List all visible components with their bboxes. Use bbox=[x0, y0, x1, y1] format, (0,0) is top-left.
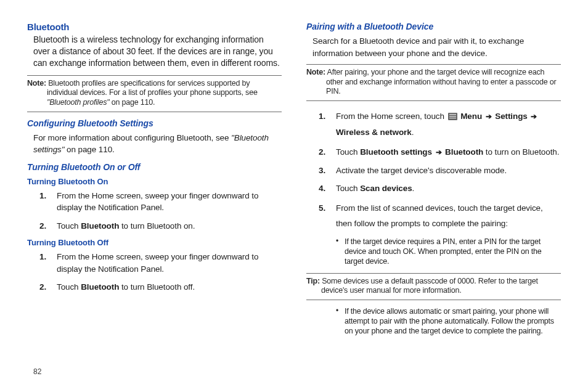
config-paragraph: For more information about configuring B… bbox=[33, 132, 282, 156]
divider bbox=[306, 64, 561, 65]
step-item: 2. Touch Bluetooth to turn Bluetooth off… bbox=[39, 281, 282, 293]
bullet-item: If the target device requires a PIN, ent… bbox=[336, 237, 561, 267]
note-label: Note: bbox=[306, 68, 325, 76]
keyword: Bluetooth bbox=[81, 221, 119, 231]
step-text: Touch bbox=[57, 282, 81, 292]
heading-bluetooth: Bluetooth bbox=[27, 22, 282, 32]
text: . bbox=[412, 128, 414, 137]
page-number: 82 bbox=[33, 367, 41, 376]
step-number: 2. bbox=[39, 220, 46, 232]
divider bbox=[306, 100, 561, 101]
divider bbox=[27, 112, 282, 112]
step-text: From the Home screen, touch bbox=[336, 112, 447, 121]
step-text: From the Home screen, sweep your finger … bbox=[57, 191, 258, 213]
step-item: 1. From the Home screen, touch Menu ➔ Se… bbox=[319, 108, 561, 140]
arrow-icon: ➔ bbox=[486, 110, 492, 124]
keyword-settings: Settings bbox=[495, 112, 527, 121]
note-link-italic: "Bluetooth profiles" bbox=[47, 98, 109, 107]
keyword: Scan devices bbox=[360, 184, 412, 193]
menu-icon bbox=[448, 113, 457, 120]
step-text: Touch bbox=[336, 184, 360, 193]
step-text: From the Home screen, sweep your finger … bbox=[57, 252, 258, 274]
divider bbox=[306, 300, 561, 300]
keyword: Bluetooth bbox=[445, 147, 483, 157]
keyword: Bluetooth bbox=[81, 282, 119, 292]
step-item: 5. From the list of scanned devices, tou… bbox=[319, 201, 561, 267]
note-text-cont: other and exchange information without h… bbox=[306, 78, 561, 97]
arrow-icon: ➔ bbox=[531, 110, 537, 124]
note-tail: on page 110. bbox=[109, 98, 155, 107]
heading-turning-on: Turning Bluetooth On bbox=[27, 177, 282, 186]
note-text-line: individual devices. For a list of profil… bbox=[47, 88, 258, 97]
step-item: 2. Touch Bluetooth settings ➔ Bluetooth … bbox=[319, 146, 561, 158]
intro-paragraph: Bluetooth is a wireless technology for e… bbox=[33, 34, 282, 69]
text: on page 110. bbox=[64, 145, 114, 154]
tip-label: Tip: bbox=[306, 277, 320, 285]
step-text: Touch bbox=[336, 147, 360, 157]
text: to turn on Bluetooth. bbox=[483, 147, 559, 157]
step-text: Activate the target device's discoverabl… bbox=[336, 166, 507, 175]
step-text: to turn Bluetooth on. bbox=[119, 221, 195, 231]
text: For more information about configuring B… bbox=[33, 133, 231, 142]
pairing-steps: 1. From the Home screen, touch Menu ➔ Se… bbox=[319, 108, 561, 267]
divider bbox=[27, 75, 282, 76]
sub-bullets: If the target device requires a PIN, ent… bbox=[336, 237, 561, 267]
steps-off: 1. From the Home screen, sweep your fing… bbox=[39, 251, 282, 293]
step-number: 2. bbox=[319, 146, 325, 158]
step-item: 2. Touch Bluetooth to turn Bluetooth on. bbox=[39, 220, 282, 232]
heading-turning-off: Turning Bluetooth Off bbox=[27, 238, 282, 247]
step-item: 4. Touch Scan devices. bbox=[319, 182, 561, 195]
step-number: 5. bbox=[319, 201, 325, 216]
note-text-cont: individual devices. For a list of profil… bbox=[27, 88, 282, 107]
step-text: From the list of scanned devices, touch … bbox=[336, 203, 543, 228]
step-number: 1. bbox=[319, 108, 325, 125]
heading-pairing: Pairing with a Bluetooth Device bbox=[306, 22, 561, 31]
heading-configuring: Configuring Bluetooth Settings bbox=[27, 118, 282, 128]
tip-block: Tip: Some devices use a default passcode… bbox=[306, 277, 561, 296]
heading-on-off: Turning Bluetooth On or Off bbox=[27, 162, 282, 172]
step-number: 2. bbox=[39, 281, 46, 293]
left-column: Bluetooth Bluetooth is a wireless techno… bbox=[27, 20, 282, 341]
step-item: 1. From the Home screen, sweep your fing… bbox=[39, 251, 282, 275]
note-text: Bluetooth profiles are specifications fo… bbox=[46, 79, 250, 88]
step-text: to turn Bluetooth off. bbox=[119, 282, 195, 292]
steps-on: 1. From the Home screen, sweep your fing… bbox=[39, 190, 282, 232]
pairing-intro: Search for a Bluetooth device and pair w… bbox=[312, 35, 561, 59]
note-text: After pairing, your phone and the target… bbox=[325, 68, 544, 76]
note-label: Note: bbox=[27, 79, 46, 88]
divider bbox=[306, 273, 561, 274]
note-block: Note: After pairing, your phone and the … bbox=[306, 68, 561, 97]
step-item: 3. Activate the target device's discover… bbox=[319, 165, 561, 177]
step-number: 3. bbox=[319, 165, 325, 177]
keyword-wireless: Wireless & network bbox=[336, 128, 412, 137]
step-number: 1. bbox=[39, 251, 46, 263]
keyword: Bluetooth settings bbox=[360, 147, 432, 157]
step-number: 1. bbox=[39, 190, 46, 202]
tip-text-cont: device's user manual for more informatio… bbox=[306, 286, 561, 296]
step-text: Touch bbox=[57, 221, 81, 231]
step-number: 4. bbox=[319, 182, 325, 195]
keyword-menu: Menu bbox=[460, 112, 482, 121]
step-item: 1. From the Home screen, sweep your fing… bbox=[39, 190, 282, 214]
sub-bullets-after: If the device allows automatic or smart … bbox=[336, 306, 561, 337]
bullet-item: If the device allows automatic or smart … bbox=[336, 306, 561, 337]
right-column: Pairing with a Bluetooth Device Search f… bbox=[306, 20, 561, 341]
text: . bbox=[412, 184, 415, 193]
tip-text: Some devices use a default passcode of 0… bbox=[320, 277, 538, 285]
arrow-icon: ➔ bbox=[436, 147, 442, 158]
note-block: Note: Bluetooth profiles are specificati… bbox=[27, 79, 282, 108]
page-body: Bluetooth Bluetooth is a wireless techno… bbox=[0, 0, 588, 341]
